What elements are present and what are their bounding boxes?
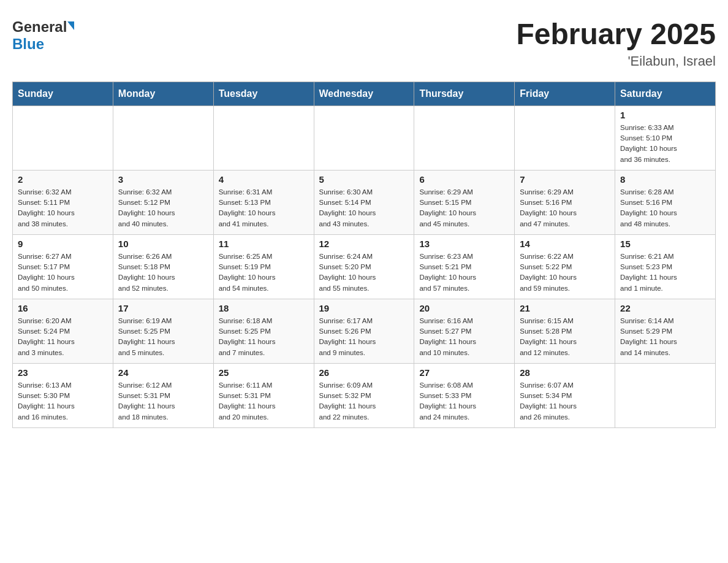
day-info: Sunrise: 6:14 AM Sunset: 5:29 PM Dayligh… [620,316,710,358]
day-info: Sunrise: 6:18 AM Sunset: 5:25 PM Dayligh… [219,316,309,358]
day-number: 9 [18,239,108,249]
day-info: Sunrise: 6:15 AM Sunset: 5:28 PM Dayligh… [520,316,610,358]
calendar-cell: 28Sunrise: 6:07 AM Sunset: 5:34 PM Dayli… [515,363,615,427]
calendar-cell: 18Sunrise: 6:18 AM Sunset: 5:25 PM Dayli… [213,299,314,363]
logo-arrow-icon [67,21,74,30]
calendar-cell: 16Sunrise: 6:20 AM Sunset: 5:24 PM Dayli… [13,299,113,363]
calendar-cell: 9Sunrise: 6:27 AM Sunset: 5:17 PM Daylig… [13,234,113,299]
col-friday: Friday [515,82,615,105]
calendar-cell: 26Sunrise: 6:09 AM Sunset: 5:32 PM Dayli… [314,363,414,427]
col-wednesday: Wednesday [314,82,414,105]
page-title: February 2025 [516,18,716,51]
day-info: Sunrise: 6:08 AM Sunset: 5:33 PM Dayligh… [419,380,509,423]
week-row-4: 16Sunrise: 6:20 AM Sunset: 5:24 PM Dayli… [13,299,716,363]
calendar-cell: 10Sunrise: 6:26 AM Sunset: 5:18 PM Dayli… [113,234,213,299]
calendar-cell: 21Sunrise: 6:15 AM Sunset: 5:28 PM Dayli… [515,299,615,363]
calendar-cell [515,105,615,170]
day-number: 25 [219,367,309,378]
col-sunday: Sunday [13,82,113,105]
page-subtitle: 'Eilabun, Israel [516,53,716,69]
day-number: 14 [520,239,610,249]
calendar-cell: 15Sunrise: 6:21 AM Sunset: 5:23 PM Dayli… [615,234,716,299]
day-number: 27 [419,367,509,378]
day-info: Sunrise: 6:13 AM Sunset: 5:30 PM Dayligh… [18,380,108,423]
col-monday: Monday [113,82,213,105]
day-number: 10 [118,239,208,249]
day-number: 13 [419,239,509,249]
calendar-cell [13,105,113,170]
day-number: 15 [620,239,710,249]
day-info: Sunrise: 6:16 AM Sunset: 5:27 PM Dayligh… [419,316,509,358]
calendar-cell: 6Sunrise: 6:29 AM Sunset: 5:15 PM Daylig… [414,170,515,234]
calendar-cell: 14Sunrise: 6:22 AM Sunset: 5:22 PM Dayli… [515,234,615,299]
day-number: 12 [319,239,409,249]
calendar-cell: 7Sunrise: 6:29 AM Sunset: 5:16 PM Daylig… [515,170,615,234]
day-number: 18 [219,303,309,313]
week-row-3: 9Sunrise: 6:27 AM Sunset: 5:17 PM Daylig… [13,234,716,299]
day-number: 19 [319,303,409,313]
day-number: 11 [219,239,309,249]
day-info: Sunrise: 6:27 AM Sunset: 5:17 PM Dayligh… [18,251,108,294]
calendar-cell: 20Sunrise: 6:16 AM Sunset: 5:27 PM Dayli… [414,299,515,363]
day-info: Sunrise: 6:09 AM Sunset: 5:32 PM Dayligh… [319,380,409,423]
day-info: Sunrise: 6:12 AM Sunset: 5:31 PM Dayligh… [118,380,208,423]
day-number: 2 [18,174,108,185]
calendar-cell [414,105,515,170]
day-info: Sunrise: 6:26 AM Sunset: 5:18 PM Dayligh… [118,251,208,294]
day-info: Sunrise: 6:31 AM Sunset: 5:13 PM Dayligh… [219,187,309,229]
day-number: 22 [620,303,710,313]
logo-blue-text: Blue [12,36,44,53]
calendar-cell: 5Sunrise: 6:30 AM Sunset: 5:14 PM Daylig… [314,170,414,234]
calendar-cell: 12Sunrise: 6:24 AM Sunset: 5:20 PM Dayli… [314,234,414,299]
calendar-cell: 25Sunrise: 6:11 AM Sunset: 5:31 PM Dayli… [213,363,314,427]
calendar-cell: 13Sunrise: 6:23 AM Sunset: 5:21 PM Dayli… [414,234,515,299]
page-header: General Blue February 2025 'Eilabun, Isr… [12,12,716,75]
calendar-cell: 17Sunrise: 6:19 AM Sunset: 5:25 PM Dayli… [113,299,213,363]
calendar-cell: 24Sunrise: 6:12 AM Sunset: 5:31 PM Dayli… [113,363,213,427]
calendar-cell: 4Sunrise: 6:31 AM Sunset: 5:13 PM Daylig… [213,170,314,234]
calendar-cell [314,105,414,170]
day-info: Sunrise: 6:29 AM Sunset: 5:16 PM Dayligh… [520,187,610,229]
day-number: 17 [118,303,208,313]
calendar-cell: 2Sunrise: 6:32 AM Sunset: 5:11 PM Daylig… [13,170,113,234]
col-tuesday: Tuesday [213,82,314,105]
calendar-cell [113,105,213,170]
day-info: Sunrise: 6:07 AM Sunset: 5:34 PM Dayligh… [520,380,610,423]
day-info: Sunrise: 6:28 AM Sunset: 5:16 PM Dayligh… [620,187,710,229]
calendar-cell: 19Sunrise: 6:17 AM Sunset: 5:26 PM Dayli… [314,299,414,363]
day-number: 5 [319,174,409,185]
day-number: 23 [18,367,108,378]
col-saturday: Saturday [615,82,716,105]
day-info: Sunrise: 6:22 AM Sunset: 5:22 PM Dayligh… [520,251,610,294]
week-row-1: 1Sunrise: 6:33 AM Sunset: 5:10 PM Daylig… [13,105,716,170]
logo: General Blue [12,18,74,53]
day-info: Sunrise: 6:20 AM Sunset: 5:24 PM Dayligh… [18,316,108,358]
day-info: Sunrise: 6:19 AM Sunset: 5:25 PM Dayligh… [118,316,208,358]
calendar-cell: 22Sunrise: 6:14 AM Sunset: 5:29 PM Dayli… [615,299,716,363]
day-number: 28 [520,367,610,378]
day-number: 3 [118,174,208,185]
day-info: Sunrise: 6:23 AM Sunset: 5:21 PM Dayligh… [419,251,509,294]
calendar-cell [213,105,314,170]
calendar-table: Sunday Monday Tuesday Wednesday Thursday… [12,82,716,428]
calendar-cell: 8Sunrise: 6:28 AM Sunset: 5:16 PM Daylig… [615,170,716,234]
day-info: Sunrise: 6:32 AM Sunset: 5:11 PM Dayligh… [18,187,108,229]
day-number: 24 [118,367,208,378]
title-block: February 2025 'Eilabun, Israel [516,18,716,69]
calendar-cell: 11Sunrise: 6:25 AM Sunset: 5:19 PM Dayli… [213,234,314,299]
day-info: Sunrise: 6:25 AM Sunset: 5:19 PM Dayligh… [219,251,309,294]
day-info: Sunrise: 6:29 AM Sunset: 5:15 PM Dayligh… [419,187,509,229]
calendar-cell: 23Sunrise: 6:13 AM Sunset: 5:30 PM Dayli… [13,363,113,427]
calendar-cell [615,363,716,427]
day-info: Sunrise: 6:11 AM Sunset: 5:31 PM Dayligh… [219,380,309,423]
logo-general-text: General [12,18,67,36]
day-number: 26 [319,367,409,378]
day-info: Sunrise: 6:33 AM Sunset: 5:10 PM Dayligh… [620,123,710,165]
calendar-cell: 1Sunrise: 6:33 AM Sunset: 5:10 PM Daylig… [615,105,716,170]
day-number: 6 [419,174,509,185]
calendar-cell: 27Sunrise: 6:08 AM Sunset: 5:33 PM Dayli… [414,363,515,427]
day-info: Sunrise: 6:30 AM Sunset: 5:14 PM Dayligh… [319,187,409,229]
calendar-cell: 3Sunrise: 6:32 AM Sunset: 5:12 PM Daylig… [113,170,213,234]
day-info: Sunrise: 6:24 AM Sunset: 5:20 PM Dayligh… [319,251,409,294]
day-number: 4 [219,174,309,185]
